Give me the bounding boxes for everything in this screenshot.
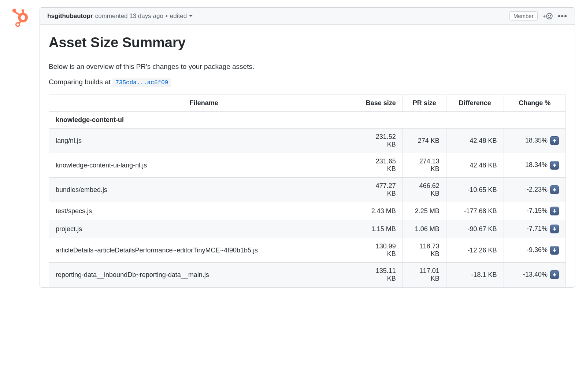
role-badge: Member — [509, 11, 538, 21]
cell-base-size: 477.27 KB — [359, 178, 403, 202]
page-title: Asset Size Summary — [49, 35, 566, 55]
cell-difference: -177.68 KB — [446, 202, 504, 220]
comment-header: hsgithubautopr commented 13 days ago • e… — [40, 8, 575, 25]
cell-difference: -90.67 KB — [446, 220, 504, 238]
asset-size-table: Filename Base size PR size Difference Ch… — [49, 95, 566, 287]
group-name: knowledge-content-ui — [49, 112, 566, 129]
cell-filename: reporting-data__inboundDb~reporting-data… — [49, 263, 359, 287]
cell-base-size: 130.99 KB — [359, 238, 403, 263]
cell-filename: test/specs.js — [49, 202, 359, 220]
cell-difference: -10.65 KB — [446, 178, 504, 202]
col-filename: Filename — [49, 95, 359, 112]
cell-base-size: 135.11 KB — [359, 263, 403, 287]
cell-pr-size: 466.62 KB — [403, 178, 446, 202]
edited-dropdown[interactable]: edited — [170, 12, 193, 20]
arrow-up-icon — [550, 136, 559, 145]
table-row: lang/nl.js231.52 KB274 KB42.48 KB18.35% — [49, 129, 566, 153]
cell-pr-size: 118.73 KB — [403, 238, 446, 263]
arrow-down-icon — [550, 225, 559, 233]
table-row: knowledge-content-ui-lang-nl.js231.65 KB… — [49, 153, 566, 178]
cell-filename: lang/nl.js — [49, 129, 359, 153]
col-change-pct: Change % — [504, 95, 565, 112]
svg-point-9 — [548, 15, 549, 15]
svg-point-6 — [16, 23, 20, 26]
build-ref-link[interactable]: 735cda...ac6f09 — [112, 78, 171, 87]
table-row: articleDetails~articleDetailsPerformance… — [49, 238, 566, 263]
cell-filename: project.js — [49, 220, 359, 238]
arrow-down-icon — [550, 185, 559, 194]
cell-difference: 42.48 KB — [446, 153, 504, 178]
comment-action: commented — [95, 12, 128, 20]
cell-difference: -12.26 KB — [446, 238, 504, 263]
cell-filename: bundles/embed.js — [49, 178, 359, 202]
cell-change-pct: -7.71% — [504, 220, 565, 238]
table-row: project.js1.15 MB1.06 MB-90.67 KB-7.71% — [49, 220, 566, 238]
cell-base-size: 2.43 MB — [359, 202, 403, 220]
cell-base-size: 1.15 MB — [359, 220, 403, 238]
cell-base-size: 231.65 KB — [359, 153, 403, 178]
cell-pr-size: 274.13 KB — [403, 153, 446, 178]
table-row: bundles/embed.js477.27 KB466.62 KB-10.65… — [49, 178, 566, 202]
cell-difference: -18.1 KB — [446, 263, 504, 287]
arrow-down-icon — [550, 207, 559, 215]
arrow-down-icon — [550, 246, 559, 255]
comment-body: Asset Size Summary Below is an overview … — [40, 25, 575, 287]
table-row: test/specs.js2.43 MB2.25 MB-177.68 KB-7.… — [49, 202, 566, 220]
col-pr-size: PR size — [403, 95, 446, 112]
edited-label: edited — [170, 12, 187, 20]
add-reaction-button[interactable]: + — [543, 13, 553, 19]
plus-icon: + — [543, 13, 546, 19]
hubspot-logo-icon — [11, 8, 30, 27]
comment-timestamp[interactable]: 13 days ago — [129, 12, 163, 20]
svg-point-7 — [21, 15, 25, 20]
col-difference: Difference — [446, 95, 504, 112]
separator-dot: • — [166, 12, 168, 20]
cell-change-pct: -9.36% — [504, 238, 565, 263]
comparing-line: Comparing builds at 735cda...ac6f09 — [49, 78, 566, 87]
chevron-down-icon — [189, 15, 193, 17]
cell-filename: knowledge-content-ui-lang-nl.js — [49, 153, 359, 178]
svg-point-10 — [550, 15, 551, 15]
cell-pr-size: 1.06 MB — [403, 220, 446, 238]
smiley-icon — [546, 13, 553, 19]
cell-pr-size: 117.01 KB — [403, 263, 446, 287]
arrow-up-icon — [550, 161, 559, 170]
cell-pr-size: 274 KB — [403, 129, 446, 153]
col-base-size: Base size — [359, 95, 403, 112]
table-row: reporting-data__inboundDb~reporting-data… — [49, 263, 566, 287]
cell-base-size: 231.52 KB — [359, 129, 403, 153]
cell-change-pct: -7.15% — [504, 202, 565, 220]
cell-change-pct: 18.34% — [504, 153, 565, 178]
more-actions-button[interactable]: ••• — [558, 12, 567, 20]
cell-change-pct: -13.40% — [504, 263, 565, 287]
intro-text: Below is an overview of this PR's change… — [49, 63, 566, 71]
comment-author[interactable]: hsgithubautopr — [47, 12, 93, 20]
table-group-row: knowledge-content-ui — [49, 112, 566, 129]
cell-change-pct: -2.23% — [504, 178, 565, 202]
comment-container: hsgithubautopr commented 13 days ago • e… — [40, 7, 575, 288]
cell-filename: articleDetails~articleDetailsPerformance… — [49, 238, 359, 263]
cell-pr-size: 2.25 MB — [403, 202, 446, 220]
arrow-down-icon — [550, 270, 559, 279]
svg-point-8 — [546, 13, 552, 19]
cell-change-pct: 18.35% — [504, 129, 565, 153]
cell-difference: 42.48 KB — [446, 129, 504, 153]
avatar[interactable] — [11, 7, 31, 27]
